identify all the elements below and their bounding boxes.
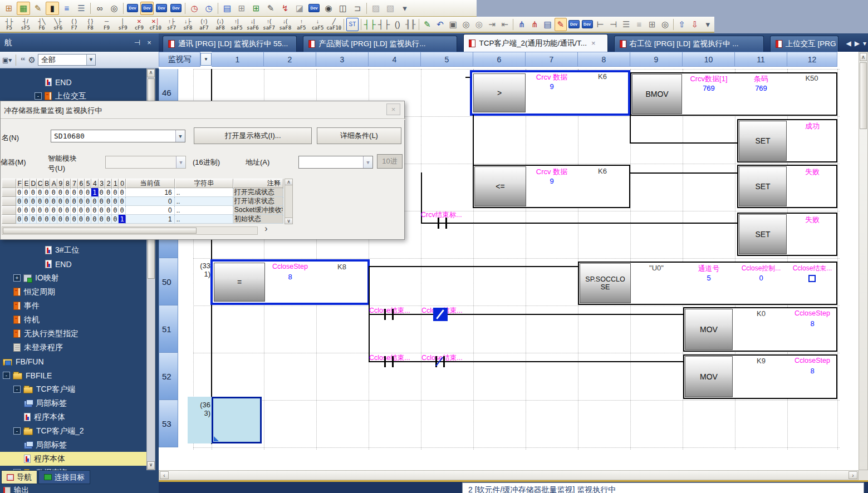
dialog-horizontal-scrollbar[interactable] [2,226,258,235]
monitor-page-icon[interactable]: ▤ [542,18,553,31]
settings-gear-icon[interactable]: ⚙ [28,55,36,65]
operand-label[interactable]: Crcv数据[1] [683,74,735,84]
view-mode-icon[interactable]: ▣▾ [2,56,12,64]
tab-navigation[interactable]: 导航 [1,470,37,484]
line-statement-icon[interactable]: ☰ [620,18,632,31]
close-tab-icon[interactable]: × [591,39,596,47]
rung-number-50[interactable]: 50 [159,258,178,305]
mov-block[interactable]: MOV [685,356,733,397]
tree-item-无执行类型指定[interactable]: 无执行类型指定 [0,327,146,341]
intelligent-module-icon[interactable]: ▮ [46,2,59,15]
tree-item-事件[interactable]: 事件 [0,299,146,313]
ladder-tool-F7[interactable]: ( )F7 [67,17,82,32]
ladder-tool-F8[interactable]: { }F8 [83,17,98,32]
tree-item-FB/FUN[interactable]: FB/FUN [0,354,146,368]
tree-item-IO映射[interactable]: +IO映射 [0,271,146,285]
operand-label[interactable]: Cclose控制... [735,264,787,273]
bit-row-2[interactable]: 00000000000000000..打开请求状态 [2,197,285,206]
monitor-status-window[interactable]: 2 [软元件/缓冲存储器批量监视] 监视执行中 [462,482,864,493]
find-device-icon[interactable]: ◎ [460,18,472,31]
operand-const[interactable]: K6 [578,167,627,175]
edit-cursor-cell[interactable] [212,397,262,443]
tree-item-FBFILE[interactable]: -FBFILE [0,368,146,382]
display-format-button[interactable]: 打开显示格式(I)... [194,127,312,144]
module-parameter-icon[interactable]: ▦ [17,2,30,15]
dialog-vertical-scrollbar[interactable]: ∧ ∨ [285,179,293,224]
search-grid-icon[interactable]: ◎ [659,18,671,31]
scroll-up-icon[interactable]: ∧ [285,179,292,185]
print-preview-icon[interactable]: ▧ [384,2,397,15]
document-tab-1[interactable]: 通讯 [PRG] [LD] 监视执行中 55... [163,36,297,52]
tree-item-END[interactable]: END [0,257,146,271]
tree-item-局部标签[interactable]: 局部标签 [0,438,146,452]
operand-const[interactable]: K6 [578,72,627,81]
contact-symbol[interactable] [384,309,386,320]
project-config-icon[interactable]: ⊞ [2,2,16,15]
vertical-scrollbar-thumb[interactable] [860,62,867,129]
operand-label[interactable]: Crcv 数据 [526,167,578,177]
device-list-icon[interactable]: ◎ [107,2,121,15]
operand-label[interactable]: 通道号 [683,264,735,274]
scroll-up-icon[interactable]: ∧ [860,53,867,61]
device-batch-icon[interactable]: Dev [155,2,168,15]
rung-number-52[interactable]: 52 [159,353,178,400]
device-display-icon[interactable]: Dev [307,2,321,15]
ladder-tool-aF8[interactable]: (↓)aF8 [213,17,228,32]
ladder-tool-saF6[interactable]: ↓|saF6 [245,17,260,32]
tree-item-恒定周期[interactable]: 恒定周期 [0,285,146,299]
ladder-tool-F6[interactable]: ┤╲F6 [34,17,49,32]
copy-row-icon[interactable]: ▣ [447,18,459,31]
rung-number-53[interactable]: 53 [159,400,178,447]
window-search-icon[interactable]: ◫ [336,2,350,15]
simulation-icon[interactable]: ⊐ [351,2,364,15]
indent-remove-icon[interactable]: ⊣ [607,18,619,31]
label-list-icon[interactable]: ☰ [75,2,88,15]
inline-st-icon[interactable]: ST [346,18,358,31]
list-view-icon[interactable]: ⊞ [646,18,658,31]
ladder-tool-F5[interactable]: ┤├F5 [2,17,17,32]
device-download-icon[interactable]: ⇩ [689,18,700,31]
sampling-trace-icon[interactable]: ◷ [188,2,201,15]
tab-more-icon[interactable]: ▾ [863,40,866,47]
output-panel-label[interactable]: 输出 [3,485,29,493]
operand-label[interactable]: 条码 [735,74,787,84]
print-coil-icon[interactable]: () [391,18,403,31]
tree-item-数据查询[interactable]: +数据查询 [0,466,146,470]
detail-condition-button[interactable]: 详细条件(L) [317,127,401,144]
operand-label[interactable]: CcloseStep [264,263,316,270]
tree-item-程序本体[interactable]: 程序本体 [0,452,146,466]
operand-const[interactable]: K0 [735,309,787,318]
operand-label[interactable]: 失败 [788,215,836,225]
bit-row-4[interactable]: 00000000000000011..初始状态 [2,215,285,224]
operand-label[interactable]: 失败 [788,167,836,177]
contact-symbol[interactable] [384,356,386,367]
device-write-icon[interactable]: Dev [126,2,139,15]
module-search-icon[interactable]: ◉ [322,2,335,15]
offline-tool-icon[interactable]: ◪ [293,2,306,15]
scroll-down-icon[interactable]: ∨ [285,218,292,224]
collapse-icon[interactable]: - [3,372,10,379]
ladder-tool-caF10[interactable]: ╱caF10 [326,17,341,32]
collapse-icon[interactable]: - [13,386,21,393]
tree-item-TCP客户端[interactable]: -TCP客户端 [0,382,146,396]
device-memory-edit-icon[interactable]: ⊞ [249,2,263,15]
pin-icon[interactable]: ⊤ [133,38,141,48]
ladder-tool-sF7[interactable]: ↑├sF7 [164,17,179,32]
wiring-tree-icon[interactable]: ⋔ [516,18,527,31]
operand-label[interactable]: Crcv 数据 [526,72,578,82]
tree-item-待机[interactable]: 待机 [0,313,146,327]
scroll-up-icon[interactable]: ∧ [147,69,155,77]
tree-item-程序本体[interactable]: 程序本体 [0,410,146,424]
tree-item-局部标签[interactable]: 局部标签 [0,396,146,410]
close-icon[interactable]: × [386,103,400,115]
expand-right-icon[interactable]: › [260,224,272,236]
monitor-edit-icon[interactable]: ✎ [555,18,566,31]
close-icon[interactable]: × [144,38,154,47]
device-name-input[interactable]: SD10680 ▼ [51,130,185,142]
tab-connection-target[interactable]: 连接目标 [38,470,90,484]
operand-label[interactable]: Cclose结束... [787,264,837,273]
set-block[interactable]: SET [739,121,787,161]
expand-icon[interactable]: + [13,274,21,282]
ladder-tool-saF5[interactable]: ↑|saF5 [229,17,244,32]
realtime-watch-icon[interactable]: ◷ [202,2,215,15]
